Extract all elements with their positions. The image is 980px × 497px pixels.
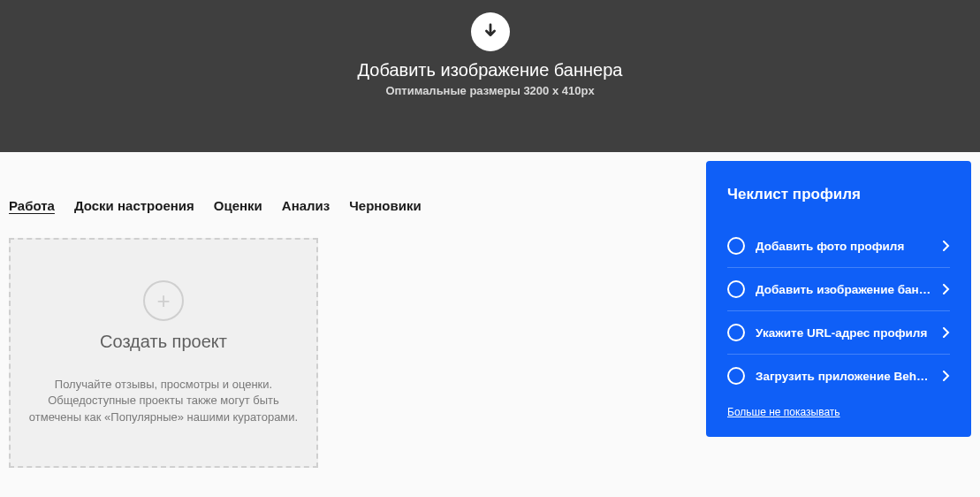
- tab-appreciations[interactable]: Оценки: [214, 198, 262, 213]
- checklist-item-set-url[interactable]: Укажите URL-адрес профиля: [727, 310, 950, 354]
- plus-icon: +: [143, 280, 184, 321]
- circle-unchecked-icon: [727, 367, 745, 385]
- tab-label: Анализ: [282, 198, 330, 213]
- checklist-item-label: Добавить фото профиля: [756, 240, 904, 253]
- chevron-right-icon: [943, 327, 950, 338]
- tab-label: Доски настроения: [74, 198, 194, 213]
- main-content: Работа Доски настроения Оценки Анализ Че…: [0, 152, 980, 497]
- banner-upload-area[interactable]: Добавить изображение баннера Оптимальные…: [0, 0, 980, 152]
- banner-title: Добавить изображение баннера: [358, 60, 623, 80]
- create-project-card[interactable]: + Создать проект Получайте отзывы, просм…: [9, 238, 318, 468]
- download-arrow-icon: [471, 12, 510, 51]
- circle-unchecked-icon: [727, 324, 745, 341]
- chevron-right-icon: [943, 371, 950, 381]
- circle-unchecked-icon: [727, 237, 745, 255]
- tab-work[interactable]: Работа: [9, 198, 55, 213]
- banner-subtitle: Оптимальные размеры 3200 x 410px: [385, 84, 594, 97]
- checklist-item-label: Добавить изображение баннера: [756, 283, 932, 296]
- tab-drafts[interactable]: Черновики: [349, 198, 421, 213]
- left-column: Работа Доски настроения Оценки Анализ Че…: [9, 152, 689, 468]
- checklist-item-add-banner[interactable]: Добавить изображение баннера: [727, 267, 950, 310]
- tab-moodboards[interactable]: Доски настроения: [74, 198, 194, 213]
- checklist-item-label: Загрузить приложение Behance: [756, 370, 932, 383]
- create-project-description: Получайте отзывы, просмотры и оценки. Об…: [28, 377, 299, 425]
- checklist-title: Чеклист профиля: [727, 186, 950, 203]
- tab-label: Черновики: [349, 198, 421, 213]
- tab-insights[interactable]: Анализ: [282, 198, 330, 213]
- circle-unchecked-icon: [727, 280, 745, 298]
- checklist-item-add-photo[interactable]: Добавить фото профиля: [727, 225, 950, 267]
- checklist-item-download-app[interactable]: Загрузить приложение Behance: [727, 354, 950, 397]
- tab-label: Оценки: [214, 198, 262, 213]
- profile-checklist-panel: Чеклист профиля Добавить фото профиля До…: [706, 161, 971, 437]
- chevron-right-icon: [943, 284, 950, 294]
- checklist-item-label: Укажите URL-адрес профиля: [756, 326, 927, 340]
- profile-tabs: Работа Доски настроения Оценки Анализ Че…: [9, 198, 689, 213]
- tab-label: Работа: [9, 198, 55, 213]
- chevron-right-icon: [943, 241, 950, 251]
- create-project-title: Создать проект: [100, 332, 227, 352]
- checklist-dismiss-link[interactable]: Больше не показывать: [727, 406, 840, 418]
